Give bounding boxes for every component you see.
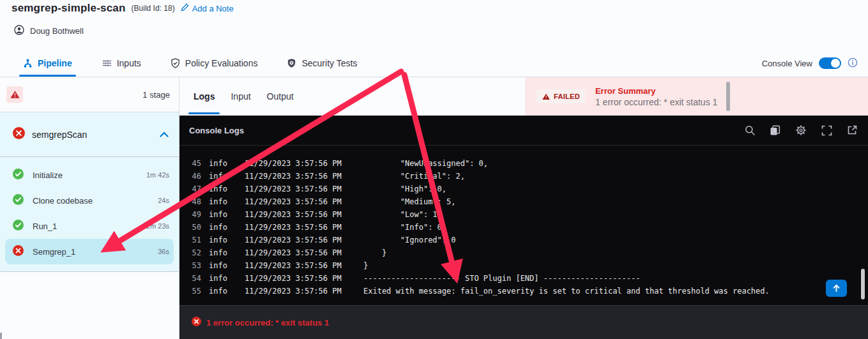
- gear-icon[interactable]: [795, 124, 807, 136]
- log-timestamp: 11/29/2023 3:57:56 PM: [245, 170, 363, 183]
- error-summary-panel: FAILED Error Summary 1 error occurred: *…: [525, 77, 868, 116]
- warning-triangle-icon: [10, 90, 20, 99]
- pipeline-execution-page: semgrep-simple-scan (Build Id: 18) Add a…: [0, 0, 868, 339]
- triggered-by-user: Doug Bothwell: [30, 26, 84, 36]
- add-note-button[interactable]: Add a Note: [181, 3, 234, 13]
- build-id: (Build Id: 18): [132, 4, 175, 13]
- security-shield-icon: [287, 58, 296, 68]
- nav-tab-bar: Pipeline Inputs Policy Evaluations Secur…: [0, 50, 868, 77]
- success-check-icon: [13, 169, 24, 182]
- console-scrollbar-thumb[interactable]: [861, 269, 865, 299]
- stage-failed-warning-badge: [6, 86, 23, 103]
- tab-security-tests[interactable]: Security Tests: [287, 50, 357, 77]
- pipeline-icon: [23, 59, 33, 68]
- line-number: 50: [190, 221, 201, 234]
- log-timestamp: 11/29/2023 3:57:56 PM: [245, 246, 363, 259]
- step-name: Run_1: [33, 222, 57, 231]
- log-message: "Critical": 2,: [363, 170, 465, 183]
- tab-logs-label: Logs: [194, 91, 215, 102]
- error-summary-scrollbar[interactable]: [726, 82, 730, 111]
- log-level: info: [209, 234, 245, 246]
- log-line: 49info11/29/2023 3:57:56 PM "Low": 1,: [179, 208, 868, 221]
- log-message: }: [363, 259, 368, 272]
- log-timestamp: 11/29/2023 3:57:56 PM: [245, 285, 363, 298]
- tab-policy-evaluations-label: Policy Evaluations: [185, 58, 258, 68]
- tab-inputs[interactable]: Inputs: [102, 50, 141, 77]
- line-number: 48: [190, 195, 201, 208]
- log-message: "Low": 1,: [363, 208, 442, 221]
- log-lines: 45info11/29/2023 3:57:56 PM "NewUnassign…: [179, 146, 868, 298]
- warning-triangle-icon: [542, 93, 550, 100]
- error-circle-icon: [13, 127, 25, 142]
- error-circle-icon: [13, 245, 24, 259]
- tab-output-label: Output: [267, 91, 294, 102]
- console-view-label: Console View: [762, 59, 812, 68]
- log-level: info: [209, 221, 245, 234]
- line-number: 49: [190, 208, 201, 221]
- log-message: Exited with message: fail_on_severity is…: [363, 285, 770, 298]
- log-timestamp: 11/29/2023 3:57:56 PM: [245, 157, 363, 170]
- line-number: 55: [190, 285, 201, 298]
- pencil-icon: [181, 3, 189, 13]
- tab-logs[interactable]: Logs: [194, 77, 215, 116]
- step-row-initialize[interactable]: Initialize 1m 42s: [5, 162, 174, 188]
- tab-policy-evaluations[interactable]: Policy Evaluations: [171, 50, 258, 77]
- copy-icon[interactable]: [770, 125, 780, 136]
- console-logs-title: Console Logs: [189, 126, 244, 135]
- step-row-run-1[interactable]: Run_1 2m 23s: [5, 213, 174, 239]
- log-message: "Medium": 5,: [363, 195, 456, 208]
- search-icon[interactable]: [745, 125, 755, 135]
- tab-pipeline[interactable]: Pipeline: [23, 50, 72, 77]
- step-row-clone-codebase[interactable]: Clone codebase 24s: [5, 188, 174, 213]
- log-line: 46info11/29/2023 3:57:56 PM "Critical": …: [179, 170, 868, 183]
- console-header: Console Logs: [179, 116, 868, 146]
- line-number: 54: [190, 272, 201, 285]
- chevron-up-icon[interactable]: [160, 132, 169, 137]
- log-timestamp: 11/29/2023 3:57:56 PM: [245, 195, 363, 208]
- tab-output[interactable]: Output: [267, 77, 294, 116]
- log-tab-bar: Logs Input Output: [179, 77, 525, 116]
- log-timestamp: 11/29/2023 3:57:56 PM: [245, 208, 363, 221]
- log-timestamp: 11/29/2023 3:57:56 PM: [245, 234, 363, 246]
- inputs-icon: [102, 59, 112, 68]
- error-circle-icon: [192, 317, 201, 329]
- tab-input[interactable]: Input: [231, 77, 250, 116]
- log-message: "Info": 0,: [363, 221, 446, 234]
- console-view-toggle[interactable]: [819, 57, 841, 69]
- step-duration: 36s: [158, 248, 169, 255]
- log-level: info: [209, 183, 245, 195]
- line-number: 51: [190, 234, 201, 246]
- stage-count-label: 1 stage: [142, 90, 170, 100]
- footer-error-message: 1 error occurred: * exit status 1: [206, 318, 329, 328]
- log-line: 47info11/29/2023 3:57:56 PM "High": 0,: [179, 183, 868, 195]
- log-level: info: [209, 170, 245, 183]
- step-duration: 24s: [158, 197, 169, 204]
- fullscreen-icon[interactable]: [821, 125, 832, 136]
- scroll-to-top-button[interactable]: [826, 280, 847, 297]
- failed-badge-label: FAILED: [554, 93, 580, 100]
- line-number: 45: [190, 157, 201, 170]
- log-message: }: [363, 246, 386, 259]
- stage-count-row: 1 stage: [0, 77, 179, 112]
- log-timestamp: 11/29/2023 3:57:56 PM: [245, 221, 363, 234]
- step-duration: 2m 23s: [146, 222, 169, 230]
- error-summary-title: Error Summary: [595, 86, 717, 96]
- external-link-icon[interactable]: [847, 125, 857, 135]
- line-number: 53: [190, 259, 201, 272]
- log-line: 50info11/29/2023 3:57:56 PM "Info": 0,: [179, 221, 868, 234]
- tab-security-tests-label: Security Tests: [301, 58, 357, 68]
- step-row-semgrep-1[interactable]: Semgrep_1 36s: [5, 239, 174, 264]
- log-level: info: [209, 246, 245, 259]
- step-duration: 1m 42s: [146, 171, 169, 179]
- log-level: info: [209, 157, 245, 170]
- sidebar-empty-area: [0, 272, 179, 339]
- log-line: 55info11/29/2023 3:57:56 PMExited with m…: [179, 285, 868, 298]
- success-check-icon: [13, 220, 24, 233]
- log-timestamp: 11/29/2023 3:57:56 PM: [245, 259, 363, 272]
- log-level: info: [209, 259, 245, 272]
- toggle-knob: [831, 59, 840, 68]
- tab-pipeline-label: Pipeline: [38, 58, 72, 68]
- stage-row-semgrepscan[interactable]: semgrepScan: [0, 112, 179, 157]
- info-icon[interactable]: [848, 57, 858, 70]
- step-name: Semgrep_1: [33, 247, 75, 257]
